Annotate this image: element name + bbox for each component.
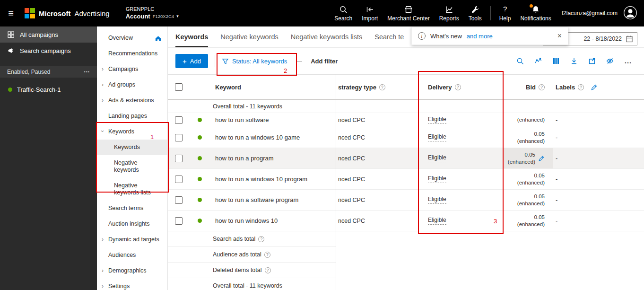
- bid-cell[interactable]: 0.05(enhanced): [504, 214, 553, 228]
- subnav-negative-keywords-lists[interactable]: Negative keywords lists: [97, 178, 167, 201]
- keyword-cell[interactable]: how to run software: [210, 116, 336, 123]
- download-icon[interactable]: [570, 57, 578, 65]
- microsoft-advertising-logo[interactable]: Microsoft Advertising: [25, 8, 110, 18]
- close-icon[interactable]: ×: [557, 32, 562, 40]
- subnav-campaigns[interactable]: ›Campaigns: [97, 62, 167, 77]
- subnav-keywords-parent[interactable]: ›Keywords: [97, 124, 167, 140]
- keyword-cell[interactable]: how to run a program: [210, 155, 336, 162]
- sidebar-item-search-campaigns[interactable]: Search campaigns: [0, 43, 97, 59]
- row-checkbox[interactable]: [175, 217, 183, 225]
- plus-icon: +: [183, 58, 187, 65]
- topnav: Search Import Merchant Center Reports To…: [330, 0, 644, 26]
- row-checkbox[interactable]: [175, 176, 183, 183]
- subnav-demographics[interactable]: ›Demographics: [97, 263, 167, 279]
- subnav-recommendations[interactable]: Recommendations: [97, 46, 167, 62]
- tab-search-terms[interactable]: Search te: [374, 26, 404, 47]
- frozen-column-divider[interactable]: [336, 74, 336, 290]
- delivery-column-header[interactable]: Delivery: [428, 84, 452, 91]
- more-dots-icon[interactable]: •••: [84, 70, 90, 74]
- add-button[interactable]: + Add: [175, 54, 208, 68]
- bid-cell[interactable]: (enhanced): [504, 116, 553, 123]
- bid-strategy-cell: nced CPC: [336, 218, 418, 224]
- keyword-cell[interactable]: how to run a software program: [210, 196, 336, 203]
- columns-icon[interactable]: [552, 57, 560, 65]
- delivery-status-link[interactable]: Eligible: [428, 175, 446, 183]
- edit-bid-pencil-icon[interactable]: [538, 155, 545, 162]
- wrench-icon: [471, 5, 479, 14]
- charts-icon[interactable]: [534, 57, 542, 65]
- sidebar-campaign-traffic-search-1[interactable]: Traffic-Search-1: [0, 82, 97, 97]
- labels-column-header[interactable]: Labels: [556, 84, 575, 91]
- status-filter-button[interactable]: Status: All keywords: [222, 58, 287, 65]
- select-all-checkbox[interactable]: [175, 83, 183, 91]
- delivery-status-link[interactable]: Eligible: [428, 133, 446, 141]
- more-options-icon[interactable]: …: [624, 59, 632, 63]
- row-checkbox[interactable]: [175, 134, 183, 141]
- help-icon[interactable]: ?: [379, 84, 385, 90]
- account-selector[interactable]: GRENPPLC Account F120X2C4 ▾: [126, 6, 179, 20]
- delivery-status-link[interactable]: Eligible: [428, 217, 446, 225]
- bid-cell[interactable]: 0.05(enhanced): [504, 148, 553, 168]
- bid-column-header[interactable]: Bid: [526, 84, 536, 91]
- subnav-landing-pages[interactable]: Landing pages: [97, 108, 167, 124]
- tab-keywords[interactable]: Keywords: [175, 26, 208, 47]
- keyword-column-header[interactable]: Keyword: [215, 84, 241, 91]
- subnav-audiences[interactable]: Audiences: [97, 247, 167, 263]
- chevron-down-icon: ›: [99, 130, 106, 132]
- delivery-status-link[interactable]: Eligible: [428, 196, 446, 204]
- bid-cell[interactable]: 0.05(enhanced): [504, 193, 553, 207]
- topnav-help[interactable]: ? Help: [495, 0, 516, 26]
- bid-cell[interactable]: 0.05(enhanced): [504, 172, 553, 186]
- user-email: f2lacunza@gmail.com: [562, 10, 618, 17]
- keyword-cell[interactable]: how to run windows 10: [210, 217, 336, 224]
- keyword-cell[interactable]: how to run a windows 10 program: [210, 176, 336, 183]
- main-content: Keywords Negative keywords Negative keyw…: [168, 26, 644, 290]
- bid-strategy-type-column-header[interactable]: strategy type: [338, 84, 376, 91]
- help-icon[interactable]: ?: [455, 84, 461, 90]
- campaign-status-filter[interactable]: Enabled, Paused •••: [0, 66, 97, 78]
- subnav-negative-keywords[interactable]: Negative keywords: [97, 155, 167, 178]
- eye-slash-icon[interactable]: [606, 57, 614, 65]
- keywords-table: Keyword strategy type? Delivery? Bid? La…: [168, 74, 644, 290]
- subnav-auction-insights[interactable]: Auction insights: [97, 216, 167, 232]
- topnav-import[interactable]: Import: [357, 0, 383, 26]
- topnav-notifications[interactable]: Notifications: [515, 0, 556, 26]
- subnav-ads-extensions[interactable]: ›Ads & extensions: [97, 93, 167, 108]
- row-checkbox[interactable]: [175, 116, 183, 124]
- edit-labels-pencil-icon[interactable]: [591, 84, 598, 91]
- row-checkbox[interactable]: [175, 196, 183, 204]
- search-icon: [339, 5, 348, 14]
- sidebar-item-all-campaigns[interactable]: All campaigns: [0, 26, 97, 43]
- subnav-keywords[interactable]: Keywords: [97, 140, 167, 155]
- subnav-overview[interactable]: Overview: [97, 30, 167, 46]
- topnav-reports[interactable]: Reports: [435, 0, 464, 26]
- avatar[interactable]: [623, 6, 637, 21]
- hamburger-menu-icon[interactable]: ≡: [0, 0, 22, 26]
- topnav-tools[interactable]: Tools: [464, 0, 487, 26]
- table-search-icon[interactable]: [516, 57, 524, 65]
- subnav-ad-groups[interactable]: ›Ad groups: [97, 77, 167, 93]
- and-more-link[interactable]: and more: [467, 33, 493, 40]
- row-checkbox[interactable]: [175, 155, 183, 162]
- status-enabled-dot: [198, 156, 202, 160]
- help-icon[interactable]: ?: [265, 267, 271, 273]
- export-icon[interactable]: [588, 57, 596, 65]
- topnav-merchant-center[interactable]: Merchant Center: [383, 0, 434, 26]
- audience-ads-total-row: Audience ads total ?: [168, 247, 336, 263]
- help-icon[interactable]: ?: [264, 252, 270, 258]
- delivery-status-link[interactable]: Eligible: [428, 154, 446, 162]
- bid-cell[interactable]: 0.05(enhanced): [504, 131, 553, 144]
- keyword-cell[interactable]: how to run a windows 10 game: [210, 134, 336, 141]
- add-filter-button[interactable]: Add filter: [311, 58, 338, 65]
- help-icon[interactable]: ?: [578, 84, 584, 90]
- tab-negative-keywords[interactable]: Negative keywords: [220, 26, 278, 47]
- subnav-dynamic-ad-targets[interactable]: ›Dynamic ad targets: [97, 232, 167, 247]
- help-icon[interactable]: ?: [258, 236, 264, 242]
- tab-negative-keywords-lists[interactable]: Negative keywords lists: [291, 26, 363, 47]
- delivery-status-link[interactable]: Eligible: [428, 116, 446, 124]
- subnav-search-terms[interactable]: Search terms: [97, 201, 167, 216]
- help-icon[interactable]: ?: [539, 84, 545, 90]
- subnav-settings[interactable]: ›Settings: [97, 279, 167, 290]
- toast-message: What's new: [430, 33, 462, 40]
- topnav-search[interactable]: Search: [330, 0, 357, 26]
